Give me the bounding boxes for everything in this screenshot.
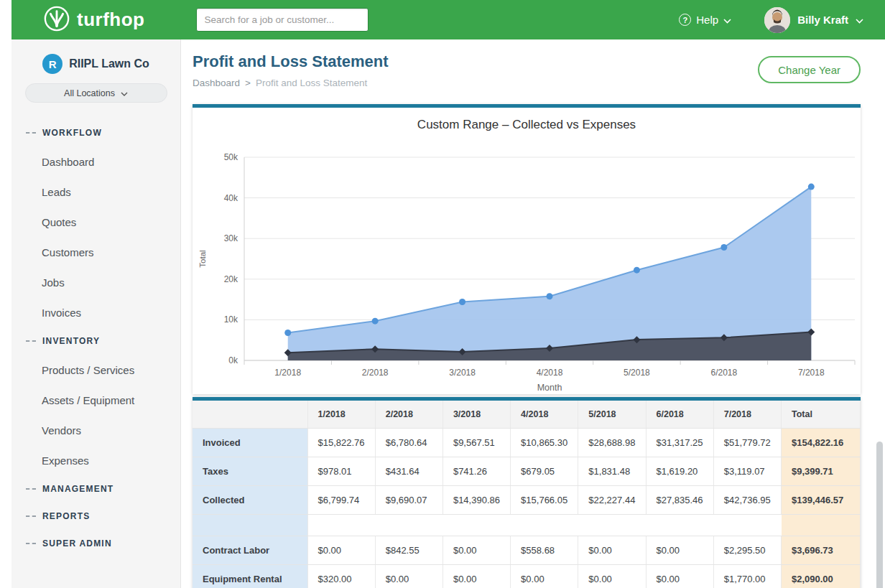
- value-cell: $0.00: [646, 564, 713, 588]
- value-cell: $558.68: [511, 536, 578, 564]
- svg-text:10k: 10k: [224, 314, 238, 325]
- value-cell: [375, 514, 443, 536]
- value-cell: [307, 514, 375, 536]
- value-cell: $0.00: [578, 564, 646, 588]
- topbar: turfhop ? Help Billy Kraft: [11, 0, 885, 39]
- sidebar-item-vendors[interactable]: Vendors: [11, 415, 180, 445]
- sidebar-item-quotes[interactable]: Quotes: [11, 207, 180, 237]
- sidebar: R RIIPL Lawn Co All Locations WORKFLOWDa…: [11, 39, 181, 588]
- sidebar-item-invoices[interactable]: Invoices: [11, 297, 180, 327]
- svg-text:Total: Total: [198, 250, 207, 267]
- value-cell: $28,688.98: [578, 428, 646, 457]
- vertical-scrollbar-thumb[interactable]: [876, 442, 883, 588]
- sidebar-section-label: INVENTORY: [42, 336, 100, 346]
- help-menu[interactable]: ? Help: [679, 14, 731, 26]
- column-header: 3/2018: [443, 401, 510, 428]
- value-cell: $1,770.00: [713, 564, 781, 588]
- dashes-icon: [26, 515, 36, 517]
- collected-vs-expenses-chart: 0k10k20k30k40k50k1/20182/20183/20184/201…: [193, 141, 861, 393]
- row-label-cell: Equipment Rental: [193, 564, 307, 588]
- value-cell: $1,831.48: [578, 457, 646, 485]
- sidebar-section-label: REPORTS: [42, 511, 90, 521]
- breadcrumb: Dashboard > Profit and Loss Statement: [193, 78, 861, 88]
- svg-text:0k: 0k: [228, 355, 238, 365]
- value-cell: $15,822.76: [307, 428, 375, 457]
- row-label-cell: [193, 514, 307, 536]
- column-header: 6/2018: [646, 401, 713, 428]
- sidebar-item-expenses[interactable]: Expenses: [11, 445, 180, 475]
- chevron-down-icon: [723, 14, 731, 26]
- total-cell: $9,399.71: [782, 457, 861, 485]
- svg-text:30k: 30k: [224, 233, 238, 243]
- sidebar-item-leads[interactable]: Leads: [11, 177, 180, 207]
- value-cell: $42,736.95: [713, 485, 781, 514]
- value-cell: $3,119.07: [713, 457, 781, 485]
- sidebar-section-label: MANAGEMENT: [42, 484, 113, 494]
- sidebar-item-dashboard[interactable]: Dashboard: [11, 146, 180, 177]
- sidebar-section-reports[interactable]: REPORTS: [11, 503, 180, 530]
- change-year-button[interactable]: Change Year: [758, 56, 861, 83]
- column-header: 7/2018: [713, 401, 781, 428]
- sidebar-section-super-admin[interactable]: SUPER ADMIN: [11, 530, 180, 557]
- total-cell: $154,822.16: [782, 428, 861, 457]
- value-cell: $1,619.20: [646, 457, 713, 485]
- value-cell: $6,780.64: [375, 428, 443, 457]
- company-badge-icon: R: [42, 54, 62, 74]
- sidebar-item-assets-equipment[interactable]: Assets / Equipment: [11, 385, 180, 415]
- total-cell: $2,090.00: [782, 564, 861, 588]
- company-name: RIIPL Lawn Co: [69, 57, 149, 70]
- table-row: Collected$6,799.74$9,690.07$14,390.86$15…: [193, 485, 861, 514]
- company-header: R RIIPL Lawn Co: [11, 39, 180, 74]
- chevron-down-icon: [121, 88, 128, 98]
- svg-text:1/2018: 1/2018: [274, 368, 301, 378]
- sidebar-section-label: SUPER ADMIN: [42, 538, 112, 549]
- value-cell: [713, 514, 781, 536]
- sidebar-section-management[interactable]: MANAGEMENT: [11, 475, 180, 503]
- column-header: 1/2018: [307, 401, 375, 428]
- sidebar-item-customers[interactable]: Customers: [11, 237, 180, 267]
- breadcrumb-separator: >: [245, 78, 251, 88]
- value-cell: [646, 514, 713, 536]
- sidebar-section-label: WORKFLOW: [42, 128, 102, 138]
- sidebar-nav: WORKFLOWDashboardLeadsQuotesCustomersJob…: [11, 119, 180, 557]
- search-input[interactable]: [196, 8, 369, 32]
- value-cell: [511, 514, 578, 536]
- chart-title: Custom Range – Collected vs Expenses: [193, 118, 861, 135]
- column-header: [193, 401, 307, 428]
- dashes-icon: [26, 543, 36, 544]
- column-header: Total: [782, 401, 861, 428]
- value-cell: $15,766.05: [511, 485, 578, 514]
- table-row: Equipment Rental$320.00$0.00$0.00$0.00$0…: [193, 564, 861, 588]
- value-cell: $14,390.86: [443, 485, 510, 514]
- table-row: Taxes$978.01$431.64$741.26$679.05$1,831.…: [193, 457, 861, 485]
- svg-text:7/2018: 7/2018: [798, 368, 825, 378]
- row-label-cell: Collected: [193, 485, 307, 514]
- dashes-icon: [26, 340, 36, 342]
- sidebar-section-inventory[interactable]: INVENTORY: [11, 327, 180, 355]
- turfhop-logo[interactable]: turfhop: [43, 5, 144, 35]
- svg-text:40k: 40k: [224, 193, 238, 203]
- sidebar-section-workflow[interactable]: WORKFLOW: [11, 119, 180, 146]
- user-menu[interactable]: Billy Kraft: [764, 7, 863, 33]
- column-header: 4/2018: [511, 401, 578, 428]
- value-cell: $431.64: [375, 457, 443, 485]
- main-content: Profit and Loss Statement Dashboard > Pr…: [181, 39, 885, 588]
- user-name: Billy Kraft: [797, 14, 848, 26]
- help-icon: ?: [679, 14, 691, 26]
- value-cell: $27,835.46: [646, 485, 713, 514]
- column-header: 2/2018: [375, 401, 443, 428]
- help-label: Help: [696, 14, 718, 26]
- sidebar-item-products-services[interactable]: Products / Services: [11, 355, 180, 385]
- location-selector[interactable]: All Locations: [25, 83, 167, 103]
- value-cell: $22,227.44: [578, 485, 646, 514]
- page: turfhop ? Help Billy Kraft: [0, 0, 885, 588]
- breadcrumb-dashboard-link[interactable]: Dashboard: [193, 78, 240, 88]
- total-cell: [782, 514, 861, 536]
- value-cell: $10,865.30: [511, 428, 578, 457]
- svg-text:3/2018: 3/2018: [449, 368, 476, 378]
- table-row: Invoiced$15,822.76$6,780.64$9,567.51$10,…: [193, 428, 861, 457]
- value-cell: $2,295.50: [713, 536, 781, 564]
- pl-table-card: 1/20182/20183/20184/20185/20186/20187/20…: [193, 397, 861, 588]
- svg-text:4/2018: 4/2018: [537, 368, 563, 378]
- sidebar-item-jobs[interactable]: Jobs: [11, 267, 180, 297]
